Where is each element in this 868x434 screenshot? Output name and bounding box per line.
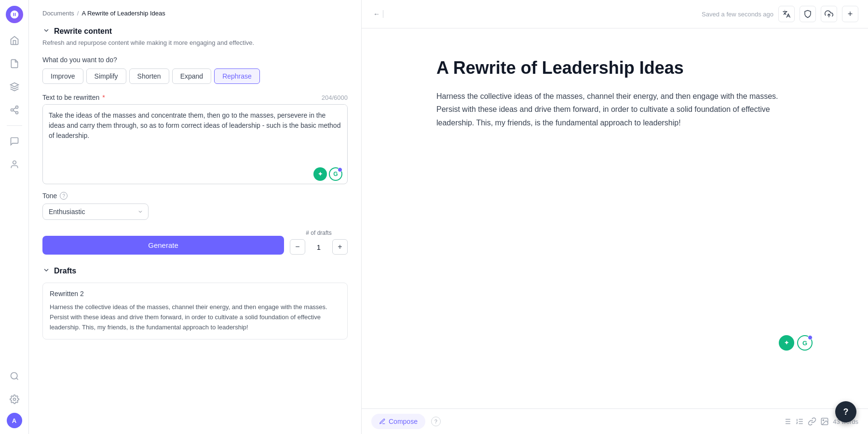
tone-row: Tone ? <box>42 192 348 200</box>
svg-line-8 <box>16 378 18 380</box>
svg-line-5 <box>13 108 16 109</box>
text-icon-green[interactable]: ✦ <box>313 167 327 181</box>
link-icon[interactable] <box>808 417 816 426</box>
tab-expand[interactable]: Expand <box>172 68 211 84</box>
sidebar-item-chat[interactable] <box>5 132 24 151</box>
drafts-collapse-icon[interactable] <box>42 266 50 276</box>
tone-label: Tone <box>42 192 57 200</box>
editor-content: A Rewrite of Leadership Ideas Harness th… <box>398 28 832 408</box>
saved-status: Saved a few seconds ago <box>702 11 773 18</box>
sidebar-item-search[interactable] <box>5 366 24 386</box>
text-area-label: Text to be rewritten * <box>42 94 105 101</box>
compose-button[interactable]: Compose <box>371 414 425 429</box>
breadcrumb-root[interactable]: Documents <box>42 10 74 17</box>
svg-marker-0 <box>10 83 18 87</box>
svg-line-4 <box>13 110 16 112</box>
tab-simplify[interactable]: Simplify <box>86 68 126 84</box>
breadcrumb-current: A Rewrite of Leadership Ideas <box>81 10 165 17</box>
tone-info-icon[interactable]: ? <box>60 192 68 200</box>
draft-card-text: Harness the collective ideas of the mass… <box>50 302 340 332</box>
tone-select[interactable]: Default Formal Casual Enthusiastic Profe… <box>42 203 149 220</box>
tab-improve[interactable]: Improve <box>42 68 83 84</box>
action-tabs: Improve Simplify Shorten Expand Rephrase <box>42 68 348 84</box>
svg-point-3 <box>15 111 18 114</box>
text-input[interactable]: Take the ideas of the masses and concent… <box>43 105 347 163</box>
generate-button[interactable]: Generate <box>42 236 284 255</box>
draft-card-title: Rewritten 2 <box>50 290 340 298</box>
svg-point-2 <box>11 109 13 111</box>
sidebar-item-person[interactable] <box>5 155 24 174</box>
sidebar-item-workflow[interactable] <box>5 100 24 120</box>
doc-title[interactable]: A Rewrite of Leadership Ideas <box>436 57 793 78</box>
section-title: Rewrite content <box>54 27 112 36</box>
breadcrumb-separator: / <box>77 10 79 17</box>
svg-point-1 <box>15 106 18 108</box>
sidebar-item-layers[interactable] <box>5 77 24 96</box>
app-logo[interactable] <box>6 6 23 23</box>
counter-row: − 1 + <box>290 239 348 255</box>
svg-point-7 <box>11 373 17 379</box>
back-icon: ← <box>373 10 380 18</box>
increment-drafts-button[interactable]: + <box>332 239 348 255</box>
left-panel: Documents / A Rewrite of Leadership Idea… <box>29 0 362 434</box>
drafts-num-section: # of drafts − 1 + <box>290 230 348 255</box>
svg-point-21 <box>823 420 824 420</box>
sidebar: A <box>0 0 29 434</box>
editor-topbar: ← Saved a few seconds ago + <box>362 0 868 28</box>
editor-ai-icon[interactable]: ✦ <box>779 335 794 351</box>
char-count: 204/6000 <box>322 94 348 101</box>
toolbar-help-icon[interactable]: ? <box>431 417 441 426</box>
upload-button[interactable] <box>821 6 837 22</box>
decrement-drafts-button[interactable]: − <box>290 239 305 255</box>
topbar-divider-bar <box>383 10 383 18</box>
compose-icon <box>379 418 386 425</box>
doc-body[interactable]: Harness the collective ideas of the mass… <box>436 90 793 129</box>
topbar-right: Saved a few seconds ago + <box>702 6 858 22</box>
drafts-header: Drafts <box>42 266 348 276</box>
editor-floating-icons: ✦ G <box>779 335 813 351</box>
what-label: What do you want to do? <box>42 56 348 64</box>
sidebar-item-settings[interactable] <box>5 390 24 409</box>
svg-point-6 <box>13 161 16 164</box>
bottom-toolbar: Compose ? 43 words <box>362 408 868 434</box>
sidebar-item-home[interactable] <box>5 31 24 50</box>
numbered-list-icon[interactable] <box>795 417 804 426</box>
text-area-header: Text to be rewritten * 204/6000 <box>42 94 348 101</box>
user-avatar[interactable]: A <box>7 413 22 428</box>
svg-point-9 <box>13 398 15 401</box>
collapse-icon[interactable] <box>42 27 50 36</box>
editor-grammarly-icon[interactable]: G <box>797 335 813 351</box>
add-button[interactable]: + <box>842 6 858 22</box>
shield-button[interactable] <box>800 6 816 22</box>
breadcrumb: Documents / A Rewrite of Leadership Idea… <box>42 10 348 17</box>
text-area-wrapper: Take the ideas of the masses and concent… <box>42 104 348 184</box>
tab-rephrase[interactable]: Rephrase <box>214 68 260 84</box>
back-button[interactable]: ← <box>371 8 386 20</box>
help-bubble[interactable]: ? <box>835 401 856 422</box>
section-header: Rewrite content <box>42 27 348 36</box>
translate-button[interactable] <box>778 6 795 22</box>
section-desc: Refresh and repurpose content while maki… <box>42 39 348 46</box>
topbar-left: ← <box>371 8 386 20</box>
text-icon-grammarly[interactable]: G <box>329 167 342 181</box>
drafts-section: Drafts Rewritten 2 Harness the collectiv… <box>42 266 348 339</box>
sidebar-item-documents[interactable] <box>5 54 24 73</box>
draft-card: Rewritten 2 Harness the collective ideas… <box>42 283 348 339</box>
sidebar-divider <box>7 125 22 126</box>
bullet-list-icon[interactable] <box>783 417 791 426</box>
drafts-value: 1 <box>309 243 328 251</box>
drafts-title: Drafts <box>54 267 76 275</box>
compose-label: Compose <box>389 418 418 425</box>
image-icon[interactable] <box>820 417 829 426</box>
tab-shorten[interactable]: Shorten <box>129 68 169 84</box>
drafts-label: # of drafts <box>306 230 331 236</box>
text-area-icons: ✦ G <box>43 164 347 184</box>
right-panel: ← Saved a few seconds ago + A Rewrite of… <box>362 0 868 434</box>
